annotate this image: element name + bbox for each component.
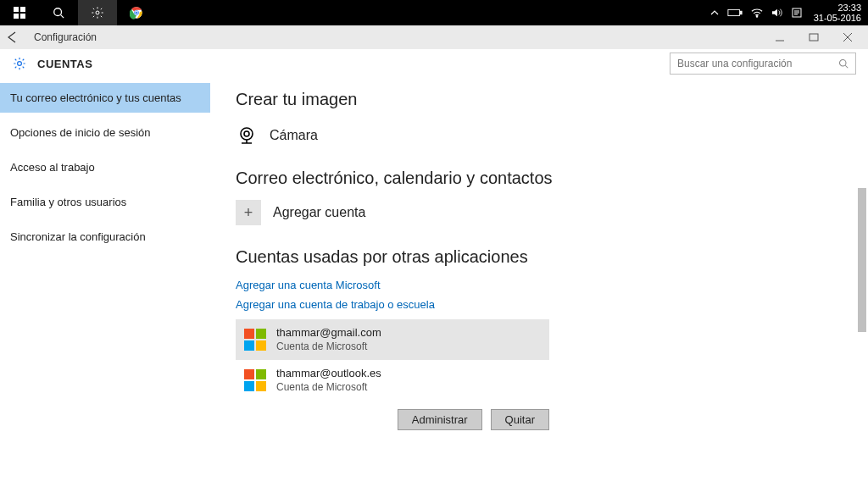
sidebar-item-work-access[interactable]: Acceso al trabajo: [0, 152, 210, 182]
camera-label: Cámara: [270, 128, 318, 143]
account-item[interactable]: thammar@outlook.es Cuenta de Microsoft: [236, 360, 549, 401]
scrollbar-thumb[interactable]: [858, 188, 866, 332]
settings-gear-icon[interactable]: [12, 56, 27, 71]
sidebar: Tu correo electrónico y tus cuentas Opci…: [0, 78, 210, 487]
svg-point-4: [54, 8, 62, 16]
microsoft-logo-icon: [244, 369, 266, 391]
add-account-row[interactable]: + Agregar cuenta: [236, 200, 843, 225]
wifi-icon[interactable]: [751, 8, 763, 18]
sidebar-item-label: Acceso al trabajo: [10, 161, 95, 174]
notes-icon[interactable]: [792, 8, 802, 18]
taskbar-search-button[interactable]: [39, 0, 78, 25]
battery-icon[interactable]: [727, 8, 743, 17]
settings-header: CUENTAS: [0, 49, 868, 78]
taskbar-right: 23:33 31-05-2016: [704, 0, 868, 25]
search-icon: [838, 58, 849, 69]
heading-email: Correo electrónico, calendario y contact…: [236, 169, 843, 188]
sidebar-item-label: Familia y otros usuarios: [10, 196, 126, 208]
account-email: thammar@outlook.es: [276, 367, 381, 380]
manage-button[interactable]: Administrar: [398, 409, 482, 430]
svg-point-25: [241, 128, 253, 140]
svg-rect-3: [20, 14, 25, 19]
settings-search[interactable]: [670, 53, 856, 75]
heading-other-apps: Cuentas usadas por otras aplicaciones: [236, 247, 843, 267]
section-title: CUENTAS: [37, 58, 92, 70]
sidebar-item-label: Tu correo electrónico y tus cuentas: [10, 91, 181, 104]
remove-button[interactable]: Quitar: [491, 409, 549, 430]
svg-line-5: [61, 15, 64, 19]
svg-rect-19: [810, 34, 818, 41]
svg-point-23: [840, 60, 847, 67]
account-list: thammar@gmail.com Cuenta de Microsoft th…: [236, 319, 549, 401]
sidebar-item-label: Opciones de inicio de sesión: [10, 126, 151, 139]
plus-icon: +: [236, 200, 261, 225]
minimize-button[interactable]: [775, 32, 790, 42]
maximize-button[interactable]: [809, 32, 824, 42]
heading-create-image: Crear tu imagen: [236, 90, 843, 109]
account-item[interactable]: thammar@gmail.com Cuenta de Microsoft: [236, 319, 549, 360]
account-text: thammar@gmail.com Cuenta de Microsoft: [276, 326, 381, 353]
volume-icon[interactable]: [771, 8, 783, 18]
svg-point-22: [18, 62, 22, 66]
account-kind: Cuenta de Microsoft: [276, 340, 381, 353]
svg-point-13: [756, 16, 757, 17]
clock-time: 23:33: [814, 3, 861, 13]
sidebar-item-signin-options[interactable]: Opciones de inicio de sesión: [0, 118, 210, 147]
start-button[interactable]: [0, 0, 39, 25]
link-add-work-school-account[interactable]: Agregar una cuenta de trabajo o escuela: [236, 298, 843, 311]
main-content: Crear tu imagen Cámara Correo electrónic…: [210, 78, 868, 487]
sidebar-item-email-accounts[interactable]: Tu correo electrónico y tus cuentas: [0, 83, 210, 113]
body: Tu correo electrónico y tus cuentas Opci…: [0, 78, 868, 487]
svg-rect-11: [728, 9, 740, 15]
taskbar-clock[interactable]: 23:33 31-05-2016: [809, 3, 861, 23]
svg-rect-2: [14, 14, 19, 19]
account-buttons: Administrar Quitar: [236, 409, 549, 430]
window-titlebar: Configuración: [0, 25, 868, 49]
back-button[interactable]: [5, 30, 29, 44]
svg-rect-0: [14, 7, 19, 12]
microsoft-logo-icon: [244, 329, 266, 351]
tray-chevron-icon[interactable]: [710, 8, 719, 17]
svg-rect-12: [740, 11, 742, 14]
add-account-label: Agregar cuenta: [273, 205, 365, 220]
close-button[interactable]: [843, 32, 858, 42]
camera-icon: [236, 125, 258, 147]
taskbar-left: [0, 0, 156, 25]
svg-point-26: [244, 131, 249, 136]
sidebar-item-label: Sincronizar la configuración: [10, 230, 146, 243]
sidebar-item-sync[interactable]: Sincronizar la configuración: [0, 222, 210, 252]
account-email: thammar@gmail.com: [276, 326, 381, 340]
scrollbar[interactable]: [856, 137, 868, 487]
window-title: Configuración: [34, 31, 97, 43]
taskbar: 23:33 31-05-2016: [0, 0, 868, 25]
account-kind: Cuenta de Microsoft: [276, 380, 381, 394]
tray-icons: [710, 8, 802, 18]
search-input[interactable]: [677, 58, 838, 69]
account-text: thammar@outlook.es Cuenta de Microsoft: [276, 367, 381, 394]
sidebar-item-family[interactable]: Familia y otros usuarios: [0, 187, 210, 217]
camera-row[interactable]: Cámara: [236, 125, 843, 147]
svg-point-10: [135, 11, 137, 14]
link-add-microsoft-account[interactable]: Agregar una cuenta Microsoft: [236, 279, 843, 291]
svg-line-24: [845, 65, 848, 68]
taskbar-chrome-button[interactable]: [117, 0, 156, 25]
window-controls: [775, 32, 863, 42]
clock-date: 31-05-2016: [814, 13, 861, 23]
svg-rect-1: [20, 7, 25, 12]
taskbar-settings-button[interactable]: [78, 0, 117, 25]
svg-point-6: [96, 11, 99, 14]
